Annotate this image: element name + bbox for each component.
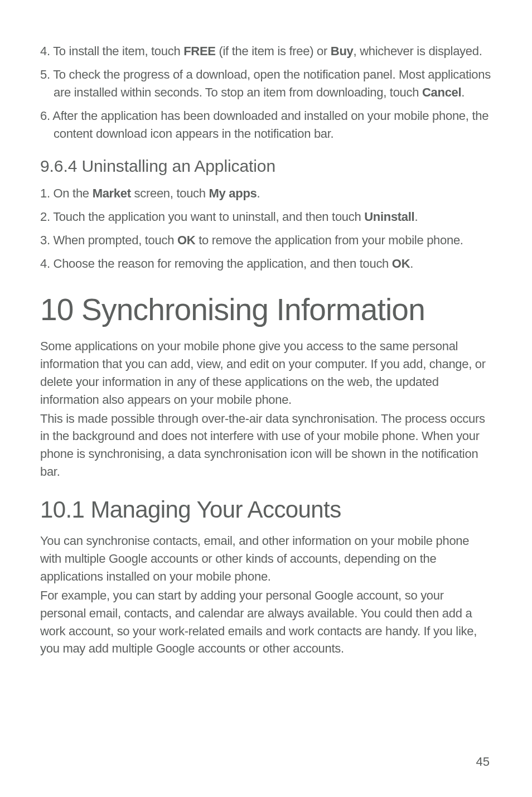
ordered-list-item: 6. After the application has been downlo… [40, 107, 492, 143]
ordered-list-item: 3. When prompted, touch OK to remove the… [40, 231, 492, 249]
heading-level-2: 10.1 Managing Your Accounts [40, 496, 492, 523]
ordered-list-item: 5. To check the progress of a download, … [40, 66, 492, 102]
list-text: To install the item, touch [53, 44, 183, 58]
bold-text: OK [392, 257, 410, 271]
document-page: 4. To install the item, touch FREE (if t… [0, 0, 532, 797]
list-number: 6. [40, 109, 50, 123]
list-text: . [257, 186, 260, 200]
list-number: 2. [40, 210, 50, 224]
paragraph: Some applications on your mobile phone g… [40, 337, 492, 409]
bold-text: Buy [331, 44, 354, 58]
ordered-list-item: 4. To install the item, touch FREE (if t… [40, 42, 492, 60]
paragraph: You can synchronise contacts, email, and… [40, 532, 492, 586]
bold-text: FREE [183, 44, 215, 58]
list-text: to remove the application from your mobi… [195, 233, 463, 247]
list-text: Choose the reason for removing the appli… [54, 257, 392, 271]
ordered-list-item: 2. Touch the application you want to uni… [40, 208, 492, 226]
list-text: screen, touch [131, 186, 209, 200]
heading-level-1: 10 Synchronising Information [40, 292, 492, 327]
list-text: On the [54, 186, 93, 200]
bold-text: Cancel [422, 85, 461, 99]
paragraph-block: Some applications on your mobile phone g… [40, 337, 492, 481]
list-text: After the application has been downloade… [52, 109, 489, 141]
list-text: . [414, 210, 418, 224]
paragraph: For example, you can start by adding you… [40, 587, 492, 658]
list-text: . [461, 85, 465, 99]
list-text: , whichever is displayed. [354, 44, 482, 58]
list-text: . [410, 257, 413, 271]
list-number: 4. [40, 257, 50, 271]
ordered-list-item: 1. On the Market screen, touch My apps. [40, 185, 492, 202]
list-number: 5. [40, 67, 50, 81]
list-text: (if the item is free) or [216, 44, 331, 58]
bold-text: OK [177, 233, 195, 247]
ordered-list-item: 4. Choose the reason for removing the ap… [40, 255, 492, 273]
list-number: 1. [40, 186, 50, 200]
page-number: 45 [476, 755, 490, 769]
bold-text: Market [93, 186, 131, 200]
bold-text: Uninstall [364, 210, 414, 224]
bold-text: My apps [209, 186, 257, 200]
heading-level-3: 9.6.4 Uninstalling an Application [40, 157, 492, 176]
paragraph-block: You can synchronise contacts, email, and… [40, 532, 492, 658]
list-text: Touch the application you want to uninst… [53, 210, 364, 224]
list-number: 4. [40, 44, 50, 58]
list-text: When prompted, touch [54, 233, 177, 247]
list-number: 3. [40, 233, 50, 247]
paragraph: This is made possible through over-the-a… [40, 410, 492, 481]
